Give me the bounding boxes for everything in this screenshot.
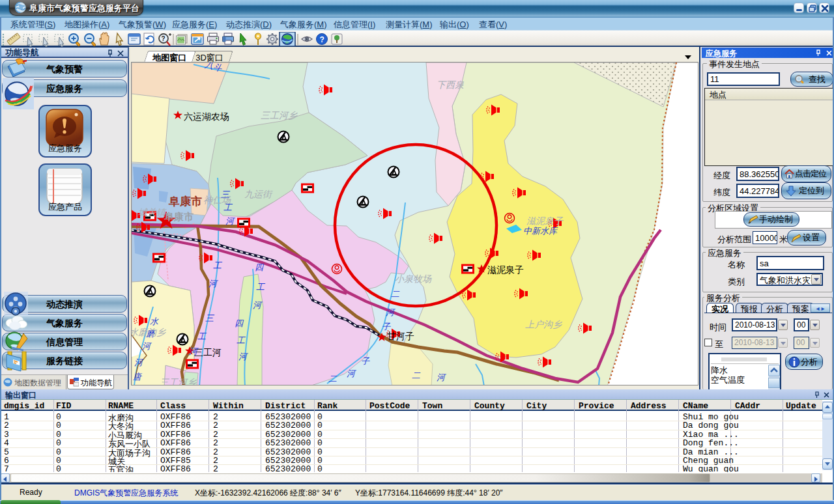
svg-text:三: 三: [205, 313, 215, 323]
svg-text:三工河: 三工河: [194, 347, 222, 357]
svg-text:中新水库: 中新水库: [523, 226, 558, 236]
svg-text:四: 四: [235, 318, 244, 328]
svg-text:阜康市: 阜康市: [168, 195, 202, 208]
svg-text:三: 三: [221, 189, 231, 199]
svg-text:滋泥泉子: 滋泥泉子: [487, 264, 524, 275]
svg-text:?: ?: [320, 35, 324, 44]
svg-text:河: 河: [225, 216, 235, 226]
svg-text:?: ?: [161, 35, 165, 42]
svg-text:水: 水: [150, 316, 159, 326]
svg-text:二: 二: [391, 289, 400, 299]
svg-text:四: 四: [255, 262, 265, 272]
svg-text:磨: 磨: [146, 329, 156, 339]
svg-text:河: 河: [253, 300, 263, 310]
svg-text:河: 河: [347, 369, 356, 378]
svg-text:甘河子: 甘河子: [387, 331, 414, 341]
svg-text:三工河乡: 三工河乡: [261, 110, 298, 120]
svg-text:下西泉: 下西泉: [437, 79, 464, 90]
svg-text:河: 河: [134, 357, 144, 367]
svg-text:滋泥泉子: 滋泥泉子: [526, 216, 564, 226]
svg-text:二: 二: [412, 371, 421, 380]
svg-text:三工河乡: 三工河乡: [160, 377, 197, 385]
svg-text:河: 河: [437, 372, 446, 382]
svg-text:工: 工: [223, 203, 233, 212]
svg-text:唐: 唐: [133, 372, 143, 382]
svg-text:河: 河: [238, 352, 248, 361]
svg-text:阜康市: 阜康市: [164, 211, 194, 222]
svg-text:河: 河: [386, 307, 395, 317]
svg-text:小泉牧场: 小泉牧场: [395, 273, 432, 284]
svg-text:河: 河: [208, 279, 218, 288]
svg-text:上户沟乡: 上户沟乡: [525, 319, 562, 329]
svg-text:子: 子: [361, 356, 370, 366]
svg-text:工: 工: [197, 331, 207, 341]
svg-text:子: 子: [382, 322, 391, 331]
svg-text:九运街: 九运街: [244, 189, 273, 199]
svg-text:工: 工: [256, 282, 265, 292]
svg-text:城关镇: 城关镇: [138, 207, 167, 217]
svg-text:工: 工: [237, 335, 246, 345]
svg-text:河: 河: [189, 346, 199, 356]
svg-text:工: 工: [213, 260, 222, 270]
svg-text:河: 河: [142, 341, 152, 351]
svg-text:六运湖农场: 六运湖农场: [184, 111, 229, 122]
svg-text:二: 二: [328, 374, 338, 384]
